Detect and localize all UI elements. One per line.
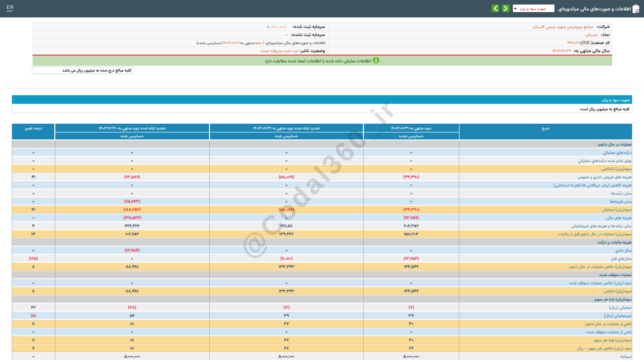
svg-text:(ISIC): (ISIC): [581, 40, 593, 46]
svg-text:EN: EN: [7, 4, 13, 10]
